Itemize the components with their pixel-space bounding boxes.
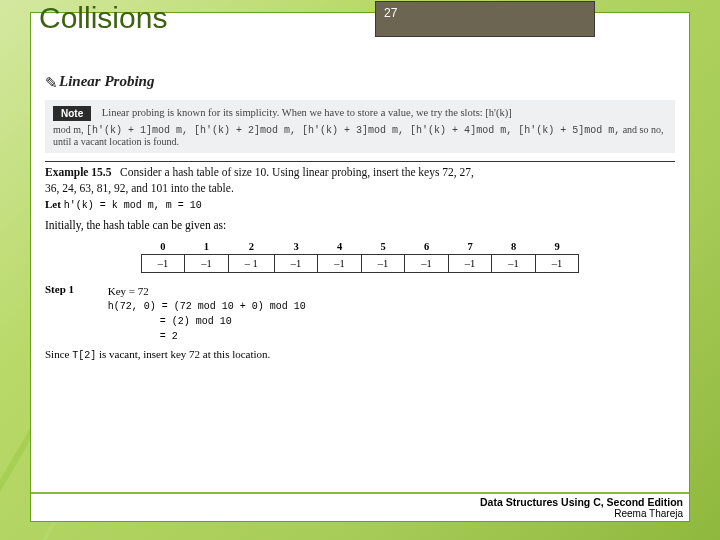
hash-header-cell: 7 <box>448 239 492 255</box>
hash-cell: –1 <box>405 254 449 272</box>
footer-line2: Reema Thareja <box>31 508 683 519</box>
note-block: Note Linear probing is known for its sim… <box>45 100 675 153</box>
let-formula: h'(k) = k mod m, m = 10 <box>64 200 202 211</box>
hash-cell: –1 <box>141 254 185 272</box>
header: Collisions 27 <box>45 21 675 71</box>
hash-header-cell: 9 <box>535 239 579 255</box>
example-row: Example 15.5 Consider a hash table of si… <box>45 166 675 178</box>
hash-header-cell: 1 <box>185 239 229 255</box>
hash-cell: –1 <box>361 254 405 272</box>
divider <box>45 161 675 162</box>
since-suffix: is vacant, insert key 72 at this locatio… <box>96 348 270 360</box>
slide-title: Collisions <box>39 1 167 35</box>
note-line2: mod m, [h'(k) + 1]mod m, [h'(k) + 2]mod … <box>53 124 667 147</box>
hash-cell: –1 <box>318 254 362 272</box>
hash-header-cell: 0 <box>141 239 185 255</box>
note-terms: [h'(k) + 1]mod m, [h'(k) + 2]mod m, [h'(… <box>86 125 620 136</box>
step-key: Key = 72 <box>108 283 306 300</box>
since-code: T[2] <box>72 350 96 361</box>
page-number-badge: 27 <box>375 1 595 37</box>
step-line-1: = (2) mod 10 <box>108 314 306 329</box>
note-line2-prefix: mod m, <box>53 124 86 135</box>
initial-text: Initially, the hash table can be given a… <box>45 219 675 231</box>
since-prefix: Since <box>45 348 72 360</box>
slide-body: Collisions 27 ✎Linear Probing Note Linea… <box>30 12 690 522</box>
step-line-0: h(72, 0) = (72 mod 10 + 0) mod 10 <box>108 299 306 314</box>
let-prefix: Let <box>45 198 64 210</box>
hash-cell: –1 <box>535 254 579 272</box>
example-text2: 36, 24, 63, 81, 92, and 101 into the tab… <box>45 182 675 194</box>
hash-header-row: 0123456789 <box>141 239 579 255</box>
example-label: Example 15.5 <box>45 166 111 178</box>
example-text1: Consider a hash table of size 10. Using … <box>120 166 474 178</box>
subtitle: ✎Linear Probing <box>45 73 675 92</box>
hash-header-cell: 8 <box>492 239 536 255</box>
note-line1: Linear probing is known for its simplici… <box>102 106 512 117</box>
step-line-2: = 2 <box>108 329 306 344</box>
hash-header-cell: 4 <box>318 239 362 255</box>
step-block: Step 1 Key = 72 h(72, 0) = (72 mod 10 + … <box>45 283 675 345</box>
hash-table: 0123456789 –1–1– 1–1–1–1–1–1–1–1 <box>141 239 580 273</box>
hash-cell: –1 <box>185 254 229 272</box>
footer: Data Structures Using C, Second Edition … <box>31 492 689 521</box>
step-label: Step 1 <box>45 283 105 295</box>
hash-header-cell: 5 <box>361 239 405 255</box>
hash-header-cell: 2 <box>228 239 274 255</box>
bullet-icon: ✎ <box>45 74 59 92</box>
step-lines: Key = 72 h(72, 0) = (72 mod 10 + 0) mod … <box>108 283 306 345</box>
hash-value-row: –1–1– 1–1–1–1–1–1–1–1 <box>141 254 579 272</box>
since-line: Since T[2] is vacant, insert key 72 at t… <box>45 348 675 361</box>
hash-header-cell: 3 <box>274 239 318 255</box>
hash-cell: –1 <box>448 254 492 272</box>
hash-cell: –1 <box>492 254 536 272</box>
let-row: Let h'(k) = k mod m, m = 10 <box>45 198 675 211</box>
subtitle-text: Linear Probing <box>59 73 154 89</box>
hash-cell: –1 <box>274 254 318 272</box>
footer-line1: Data Structures Using C, Second Edition <box>31 496 683 508</box>
hash-cell: – 1 <box>228 254 274 272</box>
note-tag: Note <box>53 106 91 121</box>
hash-header-cell: 6 <box>405 239 449 255</box>
